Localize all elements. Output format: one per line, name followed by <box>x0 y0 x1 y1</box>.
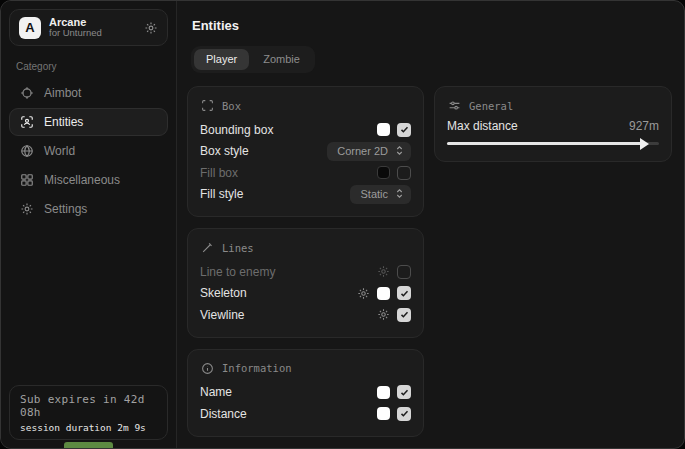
scan-box-icon <box>201 99 214 112</box>
gear-icon[interactable] <box>357 287 370 300</box>
gear-icon <box>20 202 34 216</box>
dropdown-value: Static <box>360 188 388 200</box>
color-swatch[interactable] <box>377 386 390 399</box>
sidebar-item-miscellaneous[interactable]: Miscellaneous <box>9 166 168 194</box>
setting-label: Viewline <box>200 308 244 322</box>
globe-icon <box>20 144 34 158</box>
color-swatch[interactable] <box>377 123 390 136</box>
info-icon <box>201 362 214 375</box>
sidebar: A Arcane for Unturned Category Aimbot <box>1 1 177 448</box>
dropdown-value: Corner 2D <box>337 145 388 157</box>
box-style-dropdown[interactable]: Corner 2D <box>327 142 411 161</box>
pencil-line-icon <box>201 241 214 254</box>
sidebar-item-aimbot[interactable]: Aimbot <box>9 79 168 107</box>
setting-row-box-style: Box style Corner 2D <box>200 141 411 163</box>
chevron-updown-icon <box>395 188 404 199</box>
color-swatch[interactable] <box>377 166 390 179</box>
gear-icon[interactable] <box>377 265 390 278</box>
panel-lines: Lines Line to enemy <box>187 228 424 338</box>
panel-title: Lines <box>222 242 254 254</box>
sub-expiry-text: Sub expires in 42d 08h <box>20 393 157 419</box>
sidebar-item-label: Entities <box>44 115 83 129</box>
checkbox-checked[interactable] <box>397 407 411 421</box>
entity-tabs: Player Zombie <box>191 46 315 73</box>
app-logo: A <box>19 17 41 39</box>
max-distance-slider[interactable] <box>447 136 659 150</box>
setting-row-skeleton: Skeleton <box>200 283 411 305</box>
session-duration-text: session duration 2m 9s <box>20 422 157 433</box>
setting-row-distance: Distance <box>200 403 411 425</box>
setting-row-max-distance: Max distance 927m <box>447 119 659 133</box>
gear-icon[interactable] <box>144 21 158 35</box>
sidebar-item-label: Miscellaneous <box>44 173 120 187</box>
main-content: Entities Player Zombie Box <box>177 1 684 448</box>
checkbox-checked[interactable] <box>397 286 411 300</box>
setting-row-line-to-enemy: Line to enemy <box>200 261 411 283</box>
checkbox-checked[interactable] <box>397 385 411 399</box>
panel-general: General Max distance 927m <box>434 86 672 162</box>
setting-row-bounding-box: Bounding box <box>200 119 411 141</box>
setting-row-viewline: Viewline <box>200 304 411 326</box>
grid-icon <box>20 173 34 187</box>
sidebar-item-settings[interactable]: Settings <box>9 195 168 223</box>
sidebar-item-label: World <box>44 144 75 158</box>
app-window: A Arcane for Unturned Category Aimbot <box>0 0 685 449</box>
subscription-card: Sub expires in 42d 08h session duration … <box>9 385 168 440</box>
panel-information: Information Name Distance <box>187 349 424 437</box>
sliders-icon <box>448 99 461 112</box>
setting-label: Bounding box <box>200 123 273 137</box>
slider-thumb[interactable] <box>640 138 649 150</box>
sidebar-item-label: Aimbot <box>44 86 81 100</box>
gear-icon[interactable] <box>377 308 390 321</box>
setting-row-name: Name <box>200 382 411 404</box>
setting-label: Fill style <box>200 187 243 201</box>
brand-card: A Arcane for Unturned <box>9 9 168 46</box>
setting-label: Fill box <box>200 166 238 180</box>
sidebar-item-world[interactable]: World <box>9 137 168 165</box>
category-label: Category <box>16 61 161 72</box>
sidebar-item-entities[interactable]: Entities <box>9 108 168 136</box>
setting-label: Skeleton <box>200 286 247 300</box>
chevron-updown-icon <box>395 145 404 156</box>
sidebar-item-label: Settings <box>44 202 87 216</box>
tab-zombie[interactable]: Zombie <box>251 49 312 70</box>
max-distance-value: 927m <box>629 119 659 133</box>
max-distance-fill <box>447 142 642 145</box>
fill-style-dropdown[interactable]: Static <box>350 185 411 204</box>
tab-player[interactable]: Player <box>194 49 249 70</box>
page-title: Entities <box>192 18 672 33</box>
panel-title: Box <box>222 100 241 112</box>
setting-label: Name <box>200 385 232 399</box>
checkbox-unchecked[interactable] <box>397 265 411 279</box>
panel-title: Information <box>222 362 292 374</box>
entities-scan-icon <box>20 115 34 129</box>
checkbox-checked[interactable] <box>397 123 411 137</box>
app-subtitle: for Unturned <box>49 28 136 39</box>
background-game-glitch <box>64 442 113 449</box>
setting-row-fill-style: Fill style Static <box>200 184 411 206</box>
setting-label: Distance <box>200 407 247 421</box>
color-swatch[interactable] <box>377 407 390 420</box>
panel-title: General <box>469 100 513 112</box>
crosshair-icon <box>20 86 34 100</box>
color-swatch[interactable] <box>377 287 390 300</box>
panel-box: Box Bounding box Box style <box>187 86 424 217</box>
setting-label: Line to enemy <box>200 265 275 279</box>
checkbox-checked[interactable] <box>397 308 411 322</box>
setting-label: Max distance <box>447 119 518 133</box>
setting-row-fill-box: Fill box <box>200 162 411 184</box>
setting-label: Box style <box>200 144 249 158</box>
checkbox-unchecked[interactable] <box>397 166 411 180</box>
